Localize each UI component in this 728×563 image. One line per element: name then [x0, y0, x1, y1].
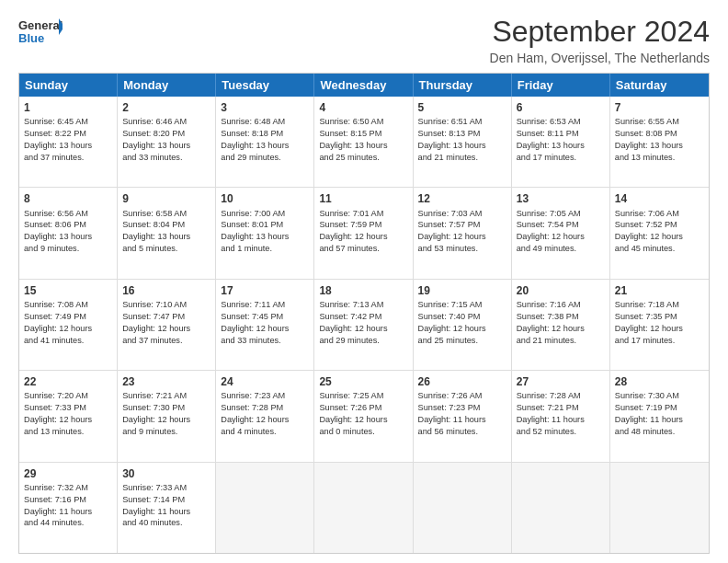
- empty-cell: [610, 463, 709, 553]
- day-details: Sunrise: 7:15 AM Sunset: 7:40 PM Dayligh…: [418, 299, 506, 347]
- day-number: 11: [319, 191, 407, 206]
- empty-cell: [414, 463, 512, 553]
- day-number: 20: [517, 283, 605, 298]
- day-number: 26: [418, 374, 506, 389]
- day-15: 15Sunrise: 7:08 AM Sunset: 7:49 PM Dayli…: [19, 280, 118, 370]
- day-23: 23Sunrise: 7:21 AM Sunset: 7:30 PM Dayli…: [118, 371, 216, 461]
- day-number: 10: [221, 191, 309, 206]
- logo-svg: General Blue: [18, 15, 63, 53]
- day-details: Sunrise: 7:25 AM Sunset: 7:26 PM Dayligh…: [319, 390, 407, 438]
- day-details: Sunrise: 7:21 AM Sunset: 7:30 PM Dayligh…: [122, 390, 210, 438]
- day-7: 7Sunrise: 6:55 AM Sunset: 8:08 PM Daylig…: [610, 97, 709, 187]
- day-3: 3Sunrise: 6:48 AM Sunset: 8:18 PM Daylig…: [216, 97, 314, 187]
- day-number: 7: [615, 100, 704, 115]
- day-details: Sunrise: 7:08 AM Sunset: 7:49 PM Dayligh…: [24, 299, 112, 347]
- month-title: September 2024: [490, 15, 710, 49]
- empty-cell: [314, 463, 413, 553]
- page: General Blue September 2024 Den Ham, Ove…: [0, 0, 728, 563]
- day-number: 14: [615, 191, 704, 206]
- day-number: 3: [221, 100, 309, 115]
- day-details: Sunrise: 7:10 AM Sunset: 7:47 PM Dayligh…: [122, 299, 210, 347]
- day-29: 29Sunrise: 7:32 AM Sunset: 7:16 PM Dayli…: [19, 463, 118, 553]
- week-row-5: 29Sunrise: 7:32 AM Sunset: 7:16 PM Dayli…: [19, 462, 709, 553]
- day-number: 22: [24, 374, 112, 389]
- day-27: 27Sunrise: 7:28 AM Sunset: 7:21 PM Dayli…: [512, 371, 610, 461]
- day-details: Sunrise: 7:01 AM Sunset: 7:59 PM Dayligh…: [319, 208, 407, 256]
- day-details: Sunrise: 6:58 AM Sunset: 8:04 PM Dayligh…: [122, 208, 210, 256]
- day-2: 2Sunrise: 6:46 AM Sunset: 8:20 PM Daylig…: [118, 97, 216, 187]
- day-details: Sunrise: 7:11 AM Sunset: 7:45 PM Dayligh…: [221, 299, 309, 347]
- day-number: 18: [319, 283, 407, 298]
- day-14: 14Sunrise: 7:06 AM Sunset: 7:52 PM Dayli…: [610, 188, 709, 278]
- day-number: 13: [517, 191, 605, 206]
- header-monday: Monday: [118, 74, 216, 97]
- week-row-3: 15Sunrise: 7:08 AM Sunset: 7:49 PM Dayli…: [19, 279, 709, 370]
- day-number: 29: [24, 466, 112, 481]
- day-number: 24: [221, 374, 309, 389]
- day-details: Sunrise: 7:28 AM Sunset: 7:21 PM Dayligh…: [517, 390, 605, 438]
- day-number: 2: [122, 100, 210, 115]
- day-11: 11Sunrise: 7:01 AM Sunset: 7:59 PM Dayli…: [314, 188, 413, 278]
- day-details: Sunrise: 7:18 AM Sunset: 7:35 PM Dayligh…: [615, 299, 704, 347]
- day-details: Sunrise: 6:51 AM Sunset: 8:13 PM Dayligh…: [418, 116, 506, 164]
- day-17: 17Sunrise: 7:11 AM Sunset: 7:45 PM Dayli…: [216, 280, 314, 370]
- day-26: 26Sunrise: 7:26 AM Sunset: 7:23 PM Dayli…: [414, 371, 512, 461]
- empty-cell: [216, 463, 314, 553]
- day-details: Sunrise: 7:33 AM Sunset: 7:14 PM Dayligh…: [122, 482, 210, 530]
- day-6: 6Sunrise: 6:53 AM Sunset: 8:11 PM Daylig…: [512, 97, 610, 187]
- day-1: 1Sunrise: 6:45 AM Sunset: 8:22 PM Daylig…: [19, 97, 118, 187]
- day-details: Sunrise: 7:03 AM Sunset: 7:57 PM Dayligh…: [418, 208, 506, 256]
- day-details: Sunrise: 7:20 AM Sunset: 7:33 PM Dayligh…: [24, 390, 112, 438]
- day-number: 15: [24, 283, 112, 298]
- day-details: Sunrise: 7:05 AM Sunset: 7:54 PM Dayligh…: [517, 208, 605, 256]
- week-row-1: 1Sunrise: 6:45 AM Sunset: 8:22 PM Daylig…: [19, 97, 709, 187]
- calendar-body: 1Sunrise: 6:45 AM Sunset: 8:22 PM Daylig…: [19, 97, 709, 553]
- day-20: 20Sunrise: 7:16 AM Sunset: 7:38 PM Dayli…: [512, 280, 610, 370]
- day-details: Sunrise: 7:00 AM Sunset: 8:01 PM Dayligh…: [221, 208, 309, 256]
- day-details: Sunrise: 7:32 AM Sunset: 7:16 PM Dayligh…: [24, 482, 112, 530]
- day-18: 18Sunrise: 7:13 AM Sunset: 7:42 PM Dayli…: [314, 280, 413, 370]
- day-details: Sunrise: 7:16 AM Sunset: 7:38 PM Dayligh…: [517, 299, 605, 347]
- day-number: 17: [221, 283, 309, 298]
- svg-text:Blue: Blue: [18, 31, 44, 45]
- day-number: 4: [319, 100, 407, 115]
- day-number: 5: [418, 100, 506, 115]
- day-number: 27: [517, 374, 605, 389]
- title-block: September 2024 Den Ham, Overijssel, The …: [490, 15, 710, 65]
- day-19: 19Sunrise: 7:15 AM Sunset: 7:40 PM Dayli…: [414, 280, 512, 370]
- header-friday: Friday: [512, 74, 610, 97]
- header-sunday: Sunday: [19, 74, 118, 97]
- day-5: 5Sunrise: 6:51 AM Sunset: 8:13 PM Daylig…: [414, 97, 512, 187]
- day-number: 9: [122, 191, 210, 206]
- day-number: 25: [319, 374, 407, 389]
- day-12: 12Sunrise: 7:03 AM Sunset: 7:57 PM Dayli…: [414, 188, 512, 278]
- day-22: 22Sunrise: 7:20 AM Sunset: 7:33 PM Dayli…: [19, 371, 118, 461]
- week-row-4: 22Sunrise: 7:20 AM Sunset: 7:33 PM Dayli…: [19, 370, 709, 461]
- day-13: 13Sunrise: 7:05 AM Sunset: 7:54 PM Dayli…: [512, 188, 610, 278]
- day-details: Sunrise: 6:45 AM Sunset: 8:22 PM Dayligh…: [24, 116, 112, 164]
- day-details: Sunrise: 7:13 AM Sunset: 7:42 PM Dayligh…: [319, 299, 407, 347]
- header-tuesday: Tuesday: [216, 74, 314, 97]
- calendar: Sunday Monday Tuesday Wednesday Thursday…: [18, 73, 710, 554]
- day-8: 8Sunrise: 6:56 AM Sunset: 8:06 PM Daylig…: [19, 188, 118, 278]
- week-row-2: 8Sunrise: 6:56 AM Sunset: 8:06 PM Daylig…: [19, 187, 709, 278]
- day-24: 24Sunrise: 7:23 AM Sunset: 7:28 PM Dayli…: [216, 371, 314, 461]
- day-4: 4Sunrise: 6:50 AM Sunset: 8:15 PM Daylig…: [314, 97, 413, 187]
- day-30: 30Sunrise: 7:33 AM Sunset: 7:14 PM Dayli…: [118, 463, 216, 553]
- header-saturday: Saturday: [610, 74, 709, 97]
- calendar-header: Sunday Monday Tuesday Wednesday Thursday…: [19, 74, 709, 97]
- header-wednesday: Wednesday: [314, 74, 413, 97]
- day-number: 19: [418, 283, 506, 298]
- day-details: Sunrise: 7:26 AM Sunset: 7:23 PM Dayligh…: [418, 390, 506, 438]
- header: General Blue September 2024 Den Ham, Ove…: [18, 15, 710, 65]
- logo: General Blue: [18, 15, 63, 53]
- day-details: Sunrise: 7:23 AM Sunset: 7:28 PM Dayligh…: [221, 390, 309, 438]
- day-number: 6: [517, 100, 605, 115]
- header-thursday: Thursday: [414, 74, 512, 97]
- day-25: 25Sunrise: 7:25 AM Sunset: 7:26 PM Dayli…: [314, 371, 413, 461]
- day-16: 16Sunrise: 7:10 AM Sunset: 7:47 PM Dayli…: [118, 280, 216, 370]
- location: Den Ham, Overijssel, The Netherlands: [490, 51, 710, 65]
- day-details: Sunrise: 6:46 AM Sunset: 8:20 PM Dayligh…: [122, 116, 210, 164]
- day-number: 28: [615, 374, 704, 389]
- day-details: Sunrise: 6:48 AM Sunset: 8:18 PM Dayligh…: [221, 116, 309, 164]
